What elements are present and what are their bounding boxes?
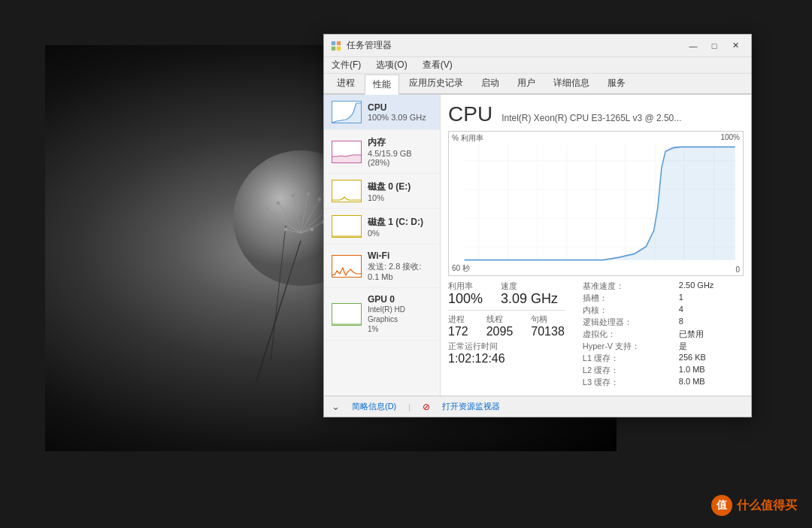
svg-point-4 <box>277 202 280 205</box>
tab-bar: 进程 性能 应用历史记录 启动 用户 详细信息 服务 <box>324 74 751 95</box>
chart-svg <box>449 132 743 275</box>
menu-file[interactable]: 文件(F) <box>329 57 364 73</box>
uptime-label: 正常运行时间 <box>448 341 565 352</box>
processes-stat: 进程 172 <box>448 314 468 338</box>
memory-thumbnail <box>332 141 362 163</box>
sockets-value: 1 <box>679 293 744 304</box>
sidebar-item-wifi[interactable]: Wi-Fi 发送: 2.8 接收: 0.1 Mb <box>324 244 440 288</box>
processes-value: 172 <box>448 325 468 338</box>
disk0-info: 磁盘 0 (E:) 10% <box>368 181 432 202</box>
chart-bottom-right: 0 <box>735 266 740 274</box>
tab-users[interactable]: 用户 <box>509 73 544 93</box>
processes-threads-handles-row: 进程 172 线程 2095 句柄 70138 <box>448 314 565 338</box>
cpu-label: CPU <box>368 102 432 113</box>
disk1-label: 磁盘 1 (C: D:) <box>368 216 432 229</box>
threads-label: 线程 <box>486 314 514 325</box>
watermark-text: 什么值得买 <box>737 498 797 514</box>
tab-startup[interactable]: 启动 <box>473 73 508 93</box>
cpu-chart: % 利用率 100% 60 秒 0 <box>448 131 744 276</box>
menu-view[interactable]: 查看(V) <box>420 57 456 73</box>
l1-cache-value: 256 KB <box>679 353 744 364</box>
wifi-label: Wi-Fi <box>368 250 432 261</box>
memory-value: 4.5/15.9 GB (28%) <box>368 149 432 167</box>
title-bar: 任务管理器 — □ ✕ <box>324 35 751 57</box>
tab-details[interactable]: 详细信息 <box>545 73 598 93</box>
virtualization-label: 虚拟化： <box>583 329 670 340</box>
summary-icon: ⌄ <box>332 401 340 412</box>
handles-label: 句柄 <box>531 314 565 325</box>
svg-point-6 <box>292 194 295 197</box>
gpu0-value: Intel(R) HD Graphics1% <box>368 305 432 334</box>
summary-label: 简略信息(D) <box>352 401 396 412</box>
sidebar-item-disk0[interactable]: 磁盘 0 (E:) 10% <box>324 174 440 209</box>
panel-title: CPU <box>448 102 492 126</box>
close-button[interactable]: ✕ <box>726 38 745 53</box>
utilization-value: 100% <box>448 292 483 307</box>
disk0-label: 磁盘 0 (E:) <box>368 181 432 193</box>
l1-cache-label: L1 缓存： <box>583 353 670 364</box>
cpu-thumbnail <box>332 101 362 123</box>
window-controls: — □ ✕ <box>683 38 745 53</box>
uptime-row: 正常运行时间 1:02:12:46 <box>448 341 565 366</box>
chart-y-label: % 利用率 <box>452 133 483 144</box>
tab-processes[interactable]: 进程 <box>329 73 363 93</box>
menu-options[interactable]: 选项(O) <box>373 57 410 73</box>
sidebar-item-disk1[interactable]: 磁盘 1 (C: D:) 0% <box>324 209 440 244</box>
svg-point-16 <box>311 228 314 231</box>
svg-rect-24 <box>337 41 341 44</box>
virtualization-value: 已禁用 <box>679 329 744 340</box>
watermark-icon: 值 <box>711 495 732 516</box>
disk1-info: 磁盘 1 (C: D:) 0% <box>368 216 432 238</box>
utilization-stat: 利用率 100% <box>448 281 483 307</box>
panel-subtitle: Intel(R) Xeon(R) CPU E3-1265L v3 @ 2.50.… <box>501 113 681 123</box>
right-properties: 基准速度： 2.50 GHz 插槽： 1 内核： 4 逻辑处理器： 8 虚拟化：… <box>583 281 744 388</box>
sidebar-item-memory[interactable]: 内存 4.5/15.9 GB (28%) <box>324 130 440 174</box>
memory-label: 内存 <box>368 136 432 149</box>
handles-stat: 句柄 70138 <box>531 314 565 338</box>
cpu-value: 100% 3.09 GHz <box>368 113 432 122</box>
chart-bottom-left: 60 秒 <box>452 263 470 274</box>
threads-stat: 线程 2095 <box>486 314 514 338</box>
hyper-v-value: 是 <box>679 341 744 352</box>
tab-app-history[interactable]: 应用历史记录 <box>401 73 471 93</box>
cores-value: 4 <box>679 305 744 316</box>
sidebar-item-cpu[interactable]: CPU 100% 3.09 GHz <box>324 95 440 130</box>
chart-top-right: 100% <box>720 133 740 141</box>
menu-bar: 文件(F) 选项(O) 查看(V) <box>324 57 751 74</box>
wifi-thumbnail <box>332 255 362 278</box>
sidebar: CPU 100% 3.09 GHz 内存 4.5/15.9 GB (28%) <box>324 95 441 396</box>
tab-services[interactable]: 服务 <box>599 73 634 93</box>
svg-rect-23 <box>332 41 335 44</box>
speed-stat: 速度 3.09 GHz <box>501 281 558 307</box>
cpu-detail-panel: CPU Intel(R) Xeon(R) CPU E3-1265L v3 @ 2… <box>441 95 751 396</box>
memory-info: 内存 4.5/15.9 GB (28%) <box>368 136 432 167</box>
svg-rect-26 <box>337 46 341 50</box>
gpu0-info: GPU 0 Intel(R) HD Graphics1% <box>368 294 432 334</box>
bottom-stats-area: 利用率 100% 速度 3.09 GHz 进程 172 <box>448 281 744 388</box>
sidebar-item-gpu0[interactable]: GPU 0 Intel(R) HD Graphics1% <box>324 288 440 341</box>
l2-cache-value: 1.0 MB <box>679 365 744 376</box>
monitor-link[interactable]: 打开资源监视器 <box>442 401 500 412</box>
disk1-thumbnail <box>332 215 362 238</box>
monitor-icon: ⊘ <box>423 402 430 412</box>
wifi-value: 发送: 2.8 接收: 0.1 Mb <box>368 261 432 281</box>
svg-rect-25 <box>332 46 335 50</box>
summary-link[interactable]: 简略信息(D) <box>352 401 396 412</box>
processes-label: 进程 <box>448 314 468 325</box>
app-icon <box>330 40 342 52</box>
main-content: CPU 100% 3.09 GHz 内存 4.5/15.9 GB (28%) <box>324 95 751 396</box>
base-speed-label: 基准速度： <box>583 281 670 292</box>
disk1-value: 0% <box>368 229 432 238</box>
cpu-info: CPU 100% 3.09 GHz <box>368 102 432 122</box>
l3-cache-value: 8.0 MB <box>679 377 744 388</box>
l3-cache-label: L3 缓存： <box>583 377 670 388</box>
maximize-button[interactable]: □ <box>704 38 724 53</box>
l2-cache-label: L2 缓存： <box>583 365 670 376</box>
separator: | <box>408 402 411 411</box>
tab-performance[interactable]: 性能 <box>365 74 399 95</box>
handles-value: 70138 <box>531 325 565 338</box>
status-bar: ⌄ 简略信息(D) | ⊘ 打开资源监视器 <box>324 396 751 417</box>
svg-point-8 <box>307 193 310 196</box>
minimize-button[interactable]: — <box>683 38 703 53</box>
speed-value: 3.09 GHz <box>501 292 558 307</box>
